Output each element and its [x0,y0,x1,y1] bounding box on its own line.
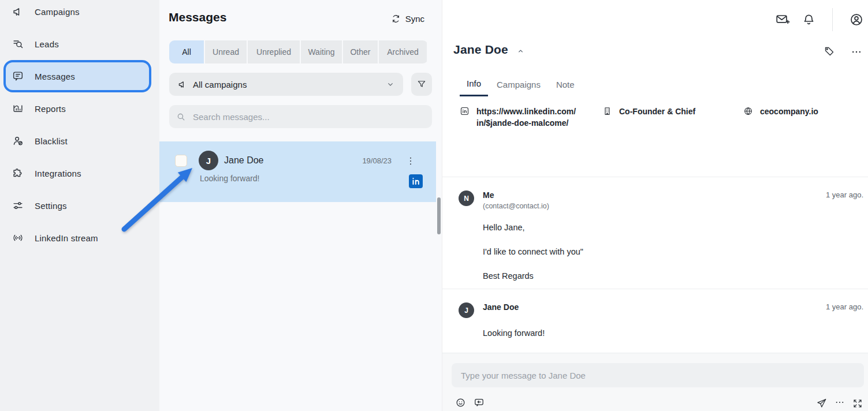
sidebar: Campaigns Leads Messages Reports [0,0,159,411]
smiley-icon [455,397,466,408]
bell-icon [802,13,816,27]
top-toolbar [775,8,864,31]
sidebar-item-label: Campaigns [35,7,80,17]
sidebar-item-label: Reports [35,104,66,114]
tab-campaigns[interactable]: Campaigns [490,79,547,96]
ellipsis-icon [851,51,862,59]
tab-info[interactable]: Info [460,79,488,96]
message-item: J Jane Doe 1 year ago. Looking forward! [459,302,863,353]
conversation-name: Jane Doe [224,155,264,166]
send-button[interactable] [816,398,827,409]
contact-website[interactable]: ceocompany.io [743,106,818,117]
sync-icon [391,14,401,24]
account-button[interactable] [849,12,864,27]
sidebar-item-settings[interactable]: Settings [0,189,159,222]
campaign-dropdown[interactable]: All campaigns [169,73,403,96]
search-box [169,105,432,128]
message-line: Looking forward! [483,328,863,338]
message-line: Hello Jane, [483,223,863,232]
avatar: J [199,151,218,170]
composer-more-button[interactable] [835,397,845,409]
sidebar-item-messages[interactable]: Messages [3,60,151,92]
saved-replies-button[interactable] [474,397,485,408]
thread-more-button[interactable] [851,46,862,59]
contact-name: Jane Doe [453,43,508,57]
tag-button[interactable] [824,46,835,57]
contact-position: Co-Founder & Chief [602,106,695,117]
blocked-user-icon [12,134,24,147]
messages-panel: Messages Sync All Unread Unreplied Waiti… [159,0,442,411]
filter-tab-archived[interactable]: Archived [379,40,427,63]
emoji-button[interactable] [455,397,466,408]
sidebar-item-integrations[interactable]: Integrations [0,157,159,189]
chart-icon [12,102,24,115]
avatar: J [459,302,474,318]
filter-tab-waiting[interactable]: Waiting [301,40,342,63]
page-title: Messages [169,10,226,24]
expand-button[interactable] [852,398,863,409]
collapse-contact-button[interactable] [516,46,526,56]
sidebar-item-blacklist[interactable]: Blacklist [0,125,159,157]
message-line: I'd like to connect with you" [483,247,863,256]
puzzle-icon [12,167,24,180]
avatar: N [459,190,474,206]
linkedin-badge-icon [409,174,423,188]
contact-linkedin-url[interactable]: https://www.linkedin.com/ in/$jande-doe-… [460,106,592,129]
divider [442,289,868,289]
search-input[interactable] [192,111,425,122]
tag-icon [824,46,835,57]
linkedin-url-line: https://www.linkedin.com/ [476,106,592,117]
building-icon [602,106,612,117]
message-sender: Jane Doe [483,302,519,312]
sidebar-item-label: Blacklist [35,136,68,146]
composer [442,353,868,411]
filter-tab-all[interactable]: All [169,40,204,63]
sync-button[interactable]: Sync [391,14,424,24]
broadcast-icon [12,231,24,244]
linkedin-url-line: in/$jande-doe-malcome/ [476,117,592,129]
sidebar-item-campaigns[interactable]: Campaigns [0,0,159,28]
funnel-icon [416,79,427,89]
linkedin-icon [460,106,470,129]
new-mail-button[interactable] [775,12,791,27]
chevron-up-icon [516,46,526,56]
conversation-checkbox[interactable] [175,155,187,167]
notifications-button[interactable] [802,13,816,27]
chevron-down-icon [386,80,395,89]
search-icon [176,112,186,122]
message-timestamp: 1 year ago. [826,190,863,199]
composer-right-tools [816,397,863,409]
filter-tab-other[interactable]: Other [343,40,378,63]
message-line: Best Regards [483,271,863,281]
sidebar-item-label: Settings [35,201,67,211]
sync-label: Sync [405,14,424,24]
conversation-menu-button[interactable] [404,155,417,169]
sidebar-item-linkedin-stream[interactable]: LinkedIn stream [0,222,159,254]
contact-tabs: Info Campaigns Note [460,79,582,96]
sidebar-item-label: LinkedIn stream [35,233,98,243]
tab-note[interactable]: Note [549,79,582,96]
sidebar-item-reports[interactable]: Reports [0,92,159,125]
message-sender-email: (contact@contact.io) [483,202,549,210]
filter-tab-unreplied[interactable]: Unreplied [248,40,300,63]
sidebar-item-leads[interactable]: Leads [0,28,159,60]
conversation-preview: Looking forward! [200,174,260,183]
message-input[interactable] [452,363,864,387]
filter-tab-unread[interactable]: Unread [205,40,247,63]
composer-left-tools [455,397,485,408]
toolbar-divider [832,8,833,31]
filter-button[interactable] [411,73,432,96]
mail-plus-icon [775,12,791,27]
divider [442,177,868,177]
message-timestamp: 1 year ago. [826,302,863,311]
scrollbar-thumb[interactable] [437,197,441,234]
conversation-item[interactable]: J Jane Doe 19/08/23 Looking forward! [159,141,436,202]
sidebar-item-label: Integrations [35,169,81,178]
reply-bubble-icon [474,397,485,408]
chat-bubble-icon [12,70,24,83]
sliders-icon [12,199,24,212]
message-sender: Me [483,190,549,200]
send-icon [816,398,827,409]
sidebar-item-label: Leads [35,39,59,49]
lead-search-icon [12,38,24,50]
